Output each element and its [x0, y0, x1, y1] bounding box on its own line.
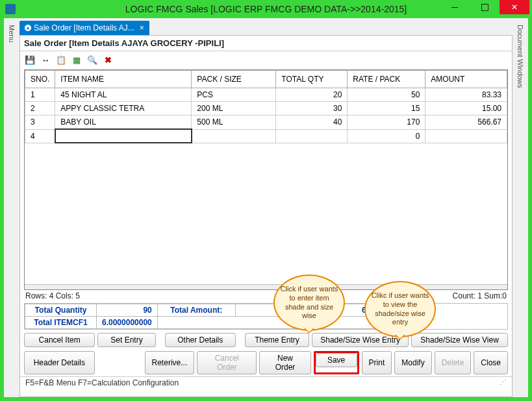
save-button[interactable]: Save — [316, 353, 357, 367]
counter-row: Rows: 4 Cols: 5 Count: 1 Sum:0 — [20, 290, 512, 302]
other-details-button[interactable]: Other Details — [165, 333, 236, 347]
mdi-tab-label: Sale Order [Item Details AJ... — [34, 23, 134, 32]
total-itemcf1-value: 6.0000000000 — [97, 317, 158, 329]
shade-size-entry-button[interactable]: Shade/Size Wise Entry — [312, 333, 409, 347]
tab-doc-icon: ● — [25, 25, 31, 31]
save-highlight-frame: Save — [314, 351, 359, 374]
excel-icon[interactable]: ▦ — [71, 54, 82, 66]
mdi-tab-strip: ● Sale Order [Item Details AJ... × — [19, 21, 149, 35]
table-row[interactable]: 4 0 — [25, 129, 507, 143]
col-sno[interactable]: SNO. — [25, 71, 55, 88]
total-amount-value-1: 665.00 — [235, 304, 313, 317]
close-button[interactable]: Close — [474, 351, 508, 374]
header-details-button[interactable]: Header Details — [24, 351, 95, 374]
fit-width-icon[interactable]: ↔ — [40, 54, 51, 66]
document-windows-side-tab[interactable]: Document Windows — [514, 25, 527, 90]
menu-side-tab[interactable]: Menu — [5, 25, 18, 44]
col-pack-size[interactable]: PACK / SIZE — [192, 71, 276, 88]
button-row-2: Header Details Reterive... Cancel Order … — [20, 349, 512, 376]
copy-icon[interactable]: 📋 — [55, 54, 67, 66]
total-itemcf1-label: Total ITEMCF1 — [25, 317, 97, 329]
total-quantity-value: 90 — [97, 304, 158, 317]
form-header: Sale Order [Item Details AJAYA GROCERY -… — [20, 36, 512, 51]
delete-icon[interactable]: ✖ — [102, 54, 114, 66]
total-amount-value-2: 665.00 — [313, 304, 391, 317]
status-text: F5=F&B Menu F7=Calculation Configuration — [25, 378, 179, 387]
window-controls — [440, 0, 529, 14]
client-area: Menu Document Windows ● Sale Order [Item… — [4, 18, 528, 397]
shade-size-view-button[interactable]: Shade/Size Wise View — [411, 333, 508, 347]
maximize-button[interactable] — [470, 0, 500, 14]
resize-grip-icon[interactable]: ⋰ — [500, 378, 507, 387]
mdi-tab-sale-order[interactable]: ● Sale Order [Item Details AJ... × — [19, 21, 149, 35]
theme-entry-button[interactable]: Theme Entry — [245, 333, 309, 347]
button-row-1: Cancel Item Set Entry Other Details Them… — [20, 331, 512, 349]
table-row[interactable]: 2 APPY CLASSIC TETRA 200 ML 30 15 15.00 — [25, 102, 507, 115]
active-cell[interactable] — [55, 129, 192, 143]
delete-button: Delete — [435, 351, 472, 374]
work-area: Sale Order [Item Details AJAYA GROCERY -… — [19, 35, 513, 397]
rows-cols-counter: Rows: 4 Cols: 5 — [25, 291, 80, 300]
toolbar: 💾 ↔ 📋 ▦ 🔍 ✖ — [20, 51, 512, 68]
item-grid[interactable]: SNO. ITEM NAME PACK / SIZE TOTAL QTY RAT… — [24, 69, 508, 290]
modify-button[interactable]: Modify — [394, 351, 431, 374]
count-sum-counter: Count: 1 Sum:0 — [453, 291, 507, 300]
status-bar: F5=F&B Menu F7=Calculation Configuration… — [20, 376, 512, 389]
col-item-name[interactable]: ITEM NAME — [55, 71, 192, 88]
table-row[interactable]: 3 BABY OIL 500 ML 40 170 566.67 — [25, 115, 507, 130]
mdi-tab-close-icon[interactable]: × — [140, 23, 144, 32]
col-total-qty[interactable]: TOTAL QTY — [276, 71, 348, 88]
grid-horizontal-scrollbar[interactable] — [25, 284, 507, 289]
set-entry-button[interactable]: Set Entry — [97, 333, 155, 347]
total-quantity-label: Total Quantity — [25, 304, 97, 317]
grid-header-row: SNO. ITEM NAME PACK / SIZE TOTAL QTY RAT… — [25, 71, 507, 88]
cancel-item-button[interactable]: Cancel Item — [24, 333, 95, 347]
save-icon[interactable]: 💾 — [24, 54, 36, 66]
print-button[interactable]: Print — [362, 351, 392, 374]
cancel-order-button: Cancel Order — [197, 351, 257, 374]
table-row[interactable]: 1 45 NIGHT AL PCS 20 50 83.33 — [25, 88, 507, 102]
close-window-button[interactable] — [500, 0, 529, 14]
totals-panel: Total Quantity 90 Total Amount: 665.00 6… — [24, 303, 508, 330]
col-amount[interactable]: AMOUNT — [425, 71, 507, 88]
new-order-button[interactable]: New Order — [259, 351, 310, 374]
search-icon[interactable]: 🔍 — [86, 54, 98, 66]
minimize-button[interactable] — [440, 0, 470, 14]
total-amount-label: Total Amount: — [157, 304, 235, 317]
col-rate-pack[interactable]: RATE / PACK — [348, 71, 425, 88]
reterive-button[interactable]: Reterive... — [145, 351, 195, 374]
